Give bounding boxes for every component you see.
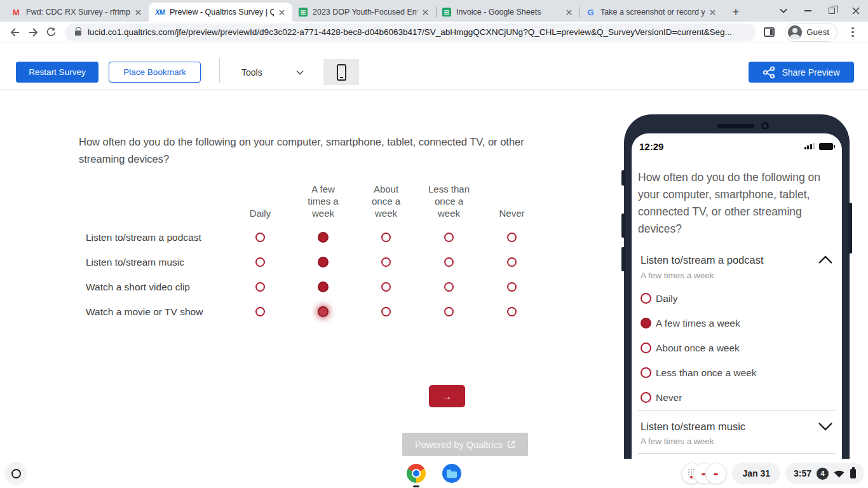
phone-option-0[interactable]: Daily xyxy=(641,286,836,311)
new-tab-button[interactable]: + xyxy=(727,3,745,21)
radio-3-1[interactable] xyxy=(318,306,329,317)
clock-label: 3:57 xyxy=(794,468,811,478)
radio-0-1[interactable] xyxy=(318,232,329,243)
tab-close-icon[interactable] xyxy=(564,7,574,18)
accordion-podcast-value: A few times a week xyxy=(641,271,714,280)
radio-0-2[interactable] xyxy=(381,233,391,242)
sheets-icon: ⊞ xyxy=(442,8,451,17)
files-app-button[interactable] xyxy=(442,464,461,483)
radio-3-0[interactable] xyxy=(255,307,265,316)
dock xyxy=(407,459,461,488)
date-pill[interactable]: Jan 31 xyxy=(732,463,780,484)
lock-icon[interactable] xyxy=(75,30,81,36)
tab-4[interactable]: GTake a screenshot or record yo xyxy=(580,3,723,22)
radio-1-0[interactable] xyxy=(255,257,265,267)
phone-side-button xyxy=(621,170,625,186)
row-label-0: Listen to/stream a podcast xyxy=(79,225,229,250)
battery-status-icon xyxy=(850,469,856,478)
close-window-icon[interactable] xyxy=(848,3,864,19)
phone-option-4[interactable]: Never xyxy=(641,385,836,410)
browser-menu-icon[interactable] xyxy=(844,24,862,41)
profile-label: Guest xyxy=(806,27,829,37)
tab-1[interactable]: XMPreview - Qualtrics Survey | Qu xyxy=(149,3,292,22)
powered-by-qualtrics-link[interactable]: Powered by Qualtrics xyxy=(402,433,528,456)
minimize-icon[interactable] xyxy=(799,3,816,19)
phone-clock: 12:29 xyxy=(639,141,663,152)
tab-search-chevron-icon[interactable] xyxy=(775,3,792,19)
radio-1-2[interactable] xyxy=(381,257,391,267)
tab-3[interactable]: ⊞Invoice - Google Sheets xyxy=(436,3,580,22)
radio-0-3[interactable] xyxy=(444,233,454,242)
matrix-cell-3-0 xyxy=(229,299,292,324)
restart-survey-button[interactable]: Restart Survey xyxy=(16,62,98,83)
forward-icon[interactable] xyxy=(24,24,42,41)
phone-radio-3[interactable] xyxy=(641,367,651,378)
matrix-cell-1-0 xyxy=(229,250,292,274)
reload-icon[interactable] xyxy=(42,24,60,41)
phone-option-3[interactable]: Less than once a week xyxy=(641,360,836,385)
status-pill[interactable]: 3:57 4 xyxy=(785,463,864,484)
phone-radio-0[interactable] xyxy=(641,293,651,304)
radio-2-4[interactable] xyxy=(507,282,517,292)
row-label-3: Watch a movie or TV show xyxy=(79,299,229,324)
chevron-down-icon[interactable] xyxy=(818,422,833,431)
tab-0[interactable]: MFwd: CDC RX Survey - rfrimpon xyxy=(5,3,149,22)
phone-radio-1[interactable] xyxy=(641,318,651,329)
chevron-up-icon[interactable] xyxy=(818,255,833,264)
tab-close-icon[interactable] xyxy=(420,7,431,18)
column-header-2: About once a week xyxy=(355,177,417,225)
accordion-podcast-header[interactable]: Listen to/stream a podcast xyxy=(641,252,833,268)
notification-icon[interactable] xyxy=(705,463,727,484)
tools-dropdown[interactable]: Tools xyxy=(233,62,308,83)
matrix-table: DailyA few times a weekAbout once a week… xyxy=(79,177,543,324)
chrome-app-button[interactable] xyxy=(407,464,426,483)
accordion-music-header[interactable]: Listen to/stream music xyxy=(641,418,833,435)
share-preview-button[interactable]: Share Preview xyxy=(749,62,854,83)
phone-option-2[interactable]: About once a week xyxy=(641,336,836,360)
profile-chip[interactable]: Guest xyxy=(785,23,837,42)
radio-3-4[interactable] xyxy=(507,307,517,316)
column-header-1: A few times a week xyxy=(292,177,355,225)
column-header-3: Less than once a week xyxy=(417,177,480,225)
side-panel-icon[interactable] xyxy=(761,24,778,41)
back-icon[interactable] xyxy=(6,24,24,41)
phone-radio-2[interactable] xyxy=(641,342,651,353)
phone-option-label: About once a week xyxy=(656,342,740,354)
address-bar[interactable]: lucid.co1.qualtrics.com/jfe/preview/prev… xyxy=(65,24,756,41)
avatar xyxy=(788,25,802,39)
radio-0-0[interactable] xyxy=(255,233,265,242)
matrix-cell-3-2 xyxy=(355,299,417,324)
radio-2-0[interactable] xyxy=(255,282,265,292)
tools-label: Tools xyxy=(241,67,262,78)
phone-option-1[interactable]: A few times a week xyxy=(641,311,836,336)
radio-1-1[interactable] xyxy=(318,257,329,268)
phone-mockup: 12:29 How often do you do the following … xyxy=(624,114,850,488)
tab-close-icon[interactable] xyxy=(133,7,144,18)
phone-radio-4[interactable] xyxy=(641,392,651,403)
radio-3-2[interactable] xyxy=(381,307,391,316)
launcher-button[interactable] xyxy=(4,462,27,485)
phone-option-label: Daily xyxy=(656,293,677,304)
matrix-cell-0-3 xyxy=(417,225,480,250)
notifications-cluster[interactable] xyxy=(681,463,727,484)
tab-close-icon[interactable] xyxy=(276,7,287,18)
mobile-preview-toggle[interactable] xyxy=(323,59,359,85)
chrome-icon xyxy=(407,464,426,483)
row-label-1: Listen to/stream music xyxy=(79,250,229,274)
column-header-0: Daily xyxy=(229,177,292,225)
sheets-icon: ⊞ xyxy=(299,8,308,17)
radio-1-3[interactable] xyxy=(444,257,454,267)
radio-0-4[interactable] xyxy=(507,233,517,242)
radio-2-3[interactable] xyxy=(444,282,454,292)
next-button[interactable]: → xyxy=(429,385,465,407)
tab-close-icon[interactable] xyxy=(707,7,718,18)
radio-3-3[interactable] xyxy=(444,307,454,316)
restore-icon[interactable] xyxy=(824,3,840,19)
place-bookmark-button[interactable]: Place Bookmark xyxy=(109,62,201,83)
radio-1-4[interactable] xyxy=(507,257,517,267)
radio-2-1[interactable] xyxy=(318,281,329,292)
radio-2-2[interactable] xyxy=(381,282,391,292)
tab-2[interactable]: ⊞2023 DOP Youth-Focused Envi xyxy=(292,3,436,22)
phone-options: DailyA few times a weekAbout once a week… xyxy=(641,286,836,410)
matrix-cell-2-0 xyxy=(229,274,292,299)
